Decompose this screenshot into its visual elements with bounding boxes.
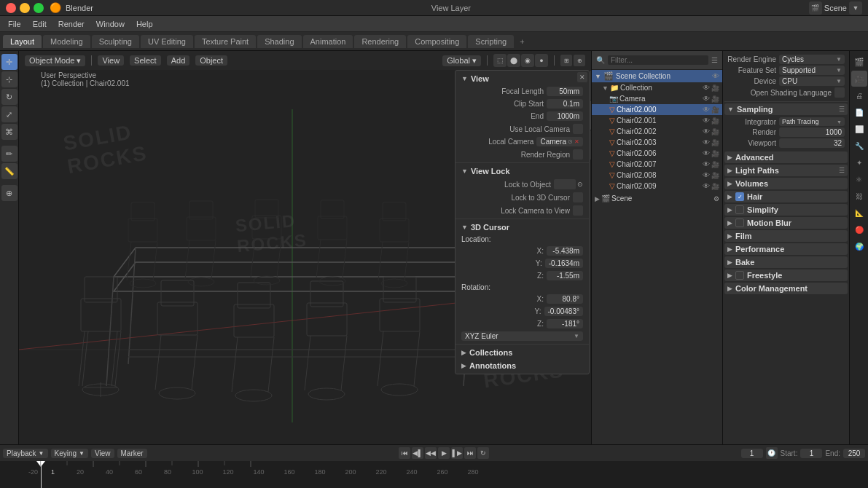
lock-3d-cursor-check[interactable] (573, 192, 583, 202)
ol-collection-render[interactable]: 🎥 (711, 84, 719, 92)
cursor-ry-value[interactable]: -0.00483° (544, 307, 583, 316)
start-frame-field[interactable]: 1 (800, 449, 822, 458)
object-menu[interactable]: Object (195, 55, 227, 66)
integrator-dropdown[interactable]: Path Tracing ▼ (779, 117, 845, 126)
gizmo-toggle[interactable]: ⊕ (574, 55, 585, 66)
ol-chair001-render[interactable]: 🎥 (711, 117, 719, 125)
clip-end-value[interactable]: 1000m (547, 111, 583, 121)
lock-camera-view-check[interactable] (573, 205, 583, 216)
ol-camera-render[interactable]: 🎥 (711, 95, 719, 103)
shading-render[interactable]: ● (535, 54, 548, 67)
outliner-search[interactable] (608, 55, 708, 65)
viewport-samples-value[interactable]: 32 (779, 138, 845, 148)
film-header[interactable]: ▶ Film (724, 230, 848, 242)
tab-texturepaint[interactable]: Texture Paint (195, 35, 256, 48)
outliner-filter-icon[interactable]: ☰ (711, 56, 718, 64)
freestyle-header[interactable]: ▶ Freestyle (724, 269, 848, 281)
ol-chair002-render[interactable]: 🎥 (711, 128, 719, 135)
ol-chair006-render[interactable]: 🎥 (711, 150, 719, 157)
timer-icon[interactable]: 🕐 (766, 447, 778, 459)
marker-menu[interactable]: Marker (117, 449, 147, 458)
menu-edit[interactable]: Edit (28, 18, 52, 30)
clip-start-value[interactable]: 0.1m (547, 99, 583, 109)
simplify-checkbox[interactable] (735, 205, 744, 214)
ol-chair007-render[interactable]: 🎥 (711, 161, 719, 168)
add-workspace-button[interactable]: + (515, 36, 528, 47)
cursor-section-header[interactable]: ▼ 3D Cursor (458, 221, 586, 234)
overlay-toggle[interactable]: ⊞ (560, 55, 572, 66)
view-menu[interactable]: View (91, 449, 114, 458)
motion-blur-header[interactable]: ▶ Motion Blur (724, 217, 848, 229)
bake-header[interactable]: ▶ Bake (724, 256, 848, 268)
add-menu[interactable]: Add (167, 55, 190, 66)
cursor-z-value[interactable]: -1.55m (547, 271, 583, 280)
tab-animation[interactable]: Animation (303, 35, 353, 48)
cursor-rotation-mode-dropdown[interactable]: XYZ Euler ▼ (461, 331, 583, 341)
ol-chair-001[interactable]: ▽ Chair02.001 👁 🎥 (592, 115, 722, 126)
ol-collection-vis[interactable]: 👁 (703, 84, 710, 92)
playback-menu[interactable]: Playback ▼ (3, 449, 48, 458)
tool-measure[interactable]: 📏 (1, 163, 17, 179)
tab-shading[interactable]: Shading (257, 35, 301, 48)
tab-sculpting[interactable]: Sculpting (92, 35, 139, 48)
keying-menu[interactable]: Keying ▼ (51, 449, 89, 458)
view-tab[interactable]: View (590, 130, 591, 160)
tab-uvediting[interactable]: UV Editing (141, 35, 193, 48)
cursor-rz-value[interactable]: -181° (547, 319, 583, 328)
light-paths-header[interactable]: ▶ Light Paths ☰ (724, 165, 848, 176)
ol-chair007-vis[interactable]: 👁 (703, 160, 710, 168)
hair-checkbox[interactable]: ✓ (735, 192, 744, 201)
ol-chair-000[interactable]: ▽ Chair02.000 👁 🎥 (592, 104, 722, 115)
volumes-header[interactable]: ▶ Volumes (724, 178, 848, 189)
ol-scene[interactable]: ▶ 🎬 Scene ⚙ (592, 193, 722, 204)
object-mode-selector[interactable]: Object Mode ▾ (25, 55, 85, 66)
ol-chair-002[interactable]: ▽ Chair02.002 👁 🎥 (592, 126, 722, 137)
prop-output-icon[interactable]: 🖨 (851, 87, 867, 103)
open-shading-check[interactable] (834, 87, 845, 98)
prop-object-icon[interactable]: ⬜ (851, 121, 867, 137)
tool-move[interactable]: ⊹ (1, 71, 17, 87)
scene-collection-vis[interactable]: 👁 (712, 72, 719, 80)
sampling-header[interactable]: ▼ Sampling ☰ (724, 103, 848, 115)
menu-file[interactable]: File (3, 18, 26, 30)
local-camera-value[interactable]: Camera ⊙ ✕ (536, 137, 583, 146)
item-tab[interactable]: Item (590, 71, 591, 100)
ol-chair000-render[interactable]: 🎥 (711, 106, 719, 114)
color-management-header[interactable]: ▶ Color Management (724, 283, 848, 294)
cursor-rx-value[interactable]: 80.8° (547, 294, 583, 304)
play-btn[interactable]: ▶ (438, 447, 450, 459)
ol-chair-003[interactable]: ▽ Chair02.003 👁 🎥 (592, 137, 722, 148)
render-samples-value[interactable]: 1000 (779, 127, 845, 137)
end-frame-field[interactable]: 250 (843, 449, 865, 458)
prop-data-icon[interactable]: 📐 (851, 205, 867, 221)
performance-header[interactable]: ▶ Performance (724, 243, 848, 255)
next-keyframe-btn[interactable]: ▌▶ (451, 447, 463, 459)
tab-modeling[interactable]: Modeling (43, 35, 90, 48)
ol-camera[interactable]: 📷 Camera 👁 🎥 (592, 93, 722, 104)
prop-material-icon[interactable]: 🔴 (851, 221, 867, 237)
ol-chair009-render[interactable]: 🎥 (711, 183, 719, 190)
ol-chair000-vis[interactable]: 👁 (703, 106, 710, 114)
cursor-x-value[interactable]: -5.438m (547, 246, 583, 256)
shading-material[interactable]: ◉ (521, 54, 534, 67)
prop-physics-icon[interactable]: ⚛ (851, 171, 867, 187)
ol-chair006-vis[interactable]: 👁 (703, 149, 710, 157)
local-camera-target[interactable]: ⊙ (568, 138, 573, 145)
jump-start-btn[interactable]: ⏮ (399, 447, 410, 459)
scene-selector[interactable]: 🎬 (809, 1, 822, 15)
prop-view-layer-icon[interactable]: 📄 (851, 104, 867, 120)
shading-solid[interactable]: ⬤ (507, 54, 520, 67)
view-selector[interactable]: View (98, 55, 124, 66)
simplify-header[interactable]: ▶ Simplify (724, 204, 848, 216)
menu-help[interactable]: Help (131, 18, 158, 30)
tab-rendering[interactable]: Rendering (354, 35, 406, 48)
tool-scale[interactable]: ⤢ (1, 106, 17, 122)
prop-render-icon[interactable]: 🎥 (851, 71, 867, 87)
ol-chair003-vis[interactable]: 👁 (703, 138, 710, 146)
ol-chair002-vis[interactable]: 👁 (703, 127, 710, 135)
cursor-y-value[interactable]: -0.1634m (545, 259, 583, 268)
prop-scene-icon[interactable]: 🎬 (851, 54, 867, 70)
tool-annotate[interactable]: ✏ (1, 146, 17, 162)
maximize-button[interactable] (34, 3, 44, 13)
timeline-track[interactable]: -20 1 20 40 60 80 100 120 140 160 180 20… (0, 461, 868, 488)
